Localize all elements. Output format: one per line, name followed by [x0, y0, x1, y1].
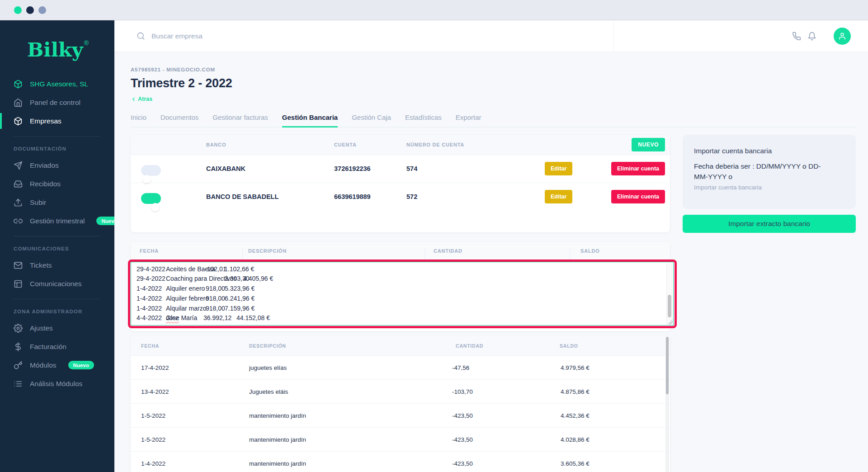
window-dot-gray[interactable] [38, 6, 46, 14]
sidebar: Bilky ® SHG Asesores, SL Panel de contro… [0, 20, 114, 472]
search-input[interactable] [151, 32, 377, 40]
list-icon [14, 379, 23, 388]
send-icon [14, 161, 23, 170]
pasted-desc: Alquiler febrero [166, 294, 209, 304]
tx-descripcion: mantenimiento jardín [249, 412, 306, 419]
sidebar-item-modulos[interactable]: Módulos Nuevo [0, 356, 114, 374]
account-code: 572 [406, 193, 417, 200]
bank-accounts-header: BANCO CUENTA NÚMERO DE CUENTA NUEVO [131, 135, 670, 155]
sidebar-item-gestion-trimestral[interactable]: Gestión trimestral Nuevo [0, 212, 114, 230]
new-account-button[interactable]: NUEVO [632, 138, 665, 151]
textarea-resize-grip[interactable] [667, 319, 673, 325]
delete-account-button[interactable]: Eliminar cuenta [611, 190, 665, 203]
sidebar-item-company[interactable]: SHG Asesores, SL [0, 75, 114, 93]
tab-documentos[interactable]: Documentos [160, 113, 198, 127]
tab-inicio[interactable]: Inicio [131, 113, 146, 127]
account-toggle-on[interactable] [141, 193, 161, 204]
tx-cantidad: -103,70 [452, 388, 473, 395]
pasted-saldo: 5.323,96 € [225, 284, 255, 294]
tx-saldo: 4.452,36 € [561, 412, 590, 419]
tx-saldo: 3.605,36 € [561, 460, 590, 467]
tab-gestion-caja[interactable]: Gestión Caja [352, 113, 391, 127]
tx-fecha: 1-5-2022 [141, 436, 165, 443]
tx-cantidad: -423,50 [452, 412, 473, 419]
column-divider [242, 248, 243, 260]
account-toggle-off[interactable] [141, 165, 161, 176]
page-content: A57985921 - MINEGOCIO.COM Trimestre 2 - … [114, 52, 868, 472]
edit-account-button[interactable]: Editar [545, 190, 572, 203]
tab-gestionar-facturas[interactable]: Gestionar facturas [212, 113, 268, 127]
sidebar-menu: SHG Asesores, SL Panel de control Empres… [0, 75, 114, 393]
table-scrollbar-thumb[interactable] [666, 337, 669, 394]
pasted-line: 1-4-2022 Alquiler febrero 918,00 6.241,9… [137, 294, 673, 304]
nuevo-badge: Nuevo [68, 361, 94, 369]
column-header-fecha: FECHA [140, 248, 159, 254]
transaction-row[interactable]: 17-4-2022 juguetes elías -47,56 4.979,56… [131, 355, 670, 379]
sidebar-item-panel-de-control[interactable]: Panel de control [0, 93, 114, 112]
transaction-row[interactable]: 1-5-2022 mantenimiento jardín -423,50 4.… [131, 427, 670, 451]
sidebar-item-label: Recibidos [30, 180, 61, 188]
chevron-left-icon [131, 96, 137, 102]
tab-estadisticas[interactable]: Estadísticas [405, 113, 442, 127]
transactions-header: FECHA DESCRIPCIÓN CANTIDAD SALDO [131, 335, 670, 355]
home-icon [14, 98, 23, 107]
textarea-scrollbar-thumb[interactable] [668, 295, 671, 317]
bank-statement-paste-textarea[interactable]: 29-4-2022 Aceites de Baeza -102,01 1.102… [131, 262, 674, 326]
cube-icon [14, 80, 23, 89]
topbar [114, 20, 868, 52]
account-number: 6639619889 [334, 193, 371, 200]
pasted-desc: Alquilar marzo [166, 304, 206, 314]
sidebar-item-recibidos[interactable]: Recibidos [0, 175, 114, 193]
back-link[interactable]: Atras [131, 96, 152, 102]
tx-descripcion: Juguetes eláis [249, 388, 288, 395]
column-divider [570, 248, 570, 260]
column-header-descripcion: DESCRIPCIÓN [248, 248, 287, 254]
pasted-line: 1-4-2022 Alquilar marzo 918,00 7.159,96 … [137, 304, 673, 314]
sidebar-item-ajustes[interactable]: Ajustes [0, 319, 114, 337]
transaction-row[interactable]: 1-5-2022 mantenimiento jardín -423,50 4.… [131, 403, 670, 427]
tab-exportar[interactable]: Exportar [456, 113, 481, 127]
pasted-cantidad: 918,00 [206, 304, 225, 314]
sidebar-item-facturacion[interactable]: Facturación [0, 337, 114, 356]
pasted-fecha: 1-4-2022 [137, 304, 162, 314]
delete-account-button[interactable]: Eliminar cuenta [611, 162, 665, 175]
phone-icon[interactable] [792, 32, 801, 41]
paste-zone: 29-4-2022 Aceites de Baeza -102,01 1.102… [131, 260, 670, 328]
window-dot-green[interactable] [14, 6, 22, 14]
search-icon [137, 32, 145, 40]
tab-gestion-bancaria[interactable]: Gestión Bancaria [282, 113, 338, 127]
sidebar-item-enviados[interactable]: Enviados [0, 156, 114, 175]
textarea-scrollbar[interactable] [666, 263, 672, 324]
sidebar-item-label: Facturación [30, 343, 66, 351]
sidebar-item-analisis-modulos[interactable]: Análisis Módulos [0, 374, 114, 393]
pasted-cantidad: 918,00 [206, 284, 225, 294]
bell-icon[interactable] [807, 32, 816, 41]
edit-account-button[interactable]: Editar [545, 162, 572, 175]
table-scrollbar[interactable] [665, 337, 669, 472]
transaction-row[interactable]: 1-4-2022 mantenimiento jardín -423,50 3.… [131, 451, 670, 472]
bank-name: BANCO DE SABADELL [206, 193, 278, 200]
nuevo-badge: Nuevo [96, 217, 114, 225]
column-header-descripcion: DESCRIPCIÓN [249, 343, 286, 349]
transaction-row[interactable]: 13-4-2022 Juguetes eláis -103,70 4.875,8… [131, 379, 670, 403]
tx-fecha: 1-4-2022 [141, 460, 165, 467]
import-statement-button[interactable]: Importar extracto bancario [683, 215, 856, 233]
brand-logo[interactable]: Bilky ® [0, 20, 114, 61]
sidebar-item-label: Ajustes [30, 324, 53, 332]
sidebar-item-label: Gestión trimestral [30, 217, 85, 225]
brand-logo-text: Bilky [27, 38, 83, 61]
sidebar-item-comunicaciones[interactable]: Comunicaciones [0, 274, 114, 293]
sidebar-divider [14, 136, 101, 137]
key-icon [14, 361, 23, 370]
sidebar-item-subir[interactable]: Subir [0, 193, 114, 212]
window-titlebar [0, 0, 868, 20]
misspelled-word: Glez [166, 313, 179, 323]
user-avatar[interactable] [834, 28, 851, 45]
sidebar-item-empresas[interactable]: Empresas [0, 112, 114, 130]
tx-saldo: 4.875,86 € [561, 388, 590, 395]
window-dot-navy[interactable] [26, 6, 34, 14]
column-header-banco: BANCO [206, 142, 226, 147]
pasted-fecha: 29-4-2022 [137, 264, 165, 274]
sidebar-item-tickets[interactable]: Tickets [0, 256, 114, 274]
column-divider [425, 248, 425, 260]
